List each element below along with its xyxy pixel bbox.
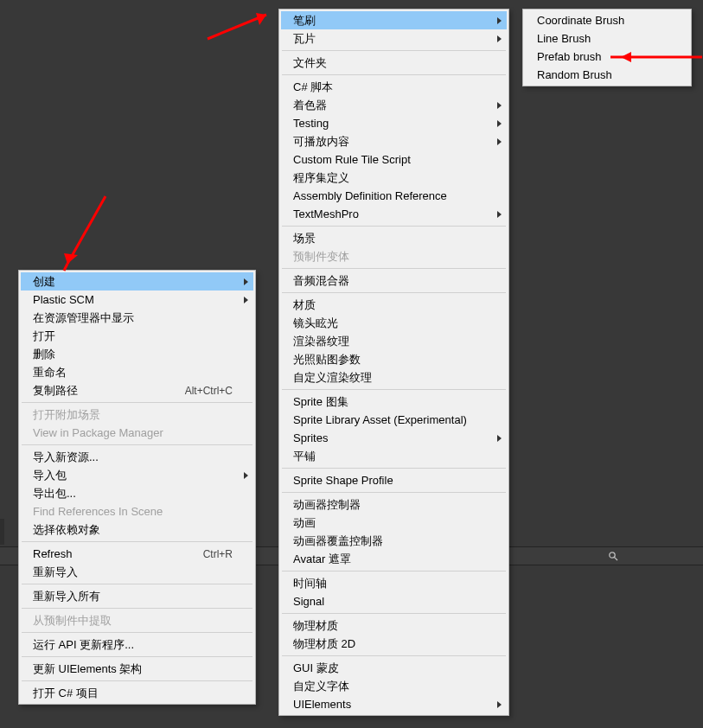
context_menu_2-item[interactable]: 镜头眩光 bbox=[281, 314, 507, 332]
menu-item-label: 导入新资源... bbox=[33, 450, 99, 465]
menu-item-label: 在资源管理器中显示 bbox=[33, 310, 134, 326]
context_menu_2-item[interactable]: 程序集定义 bbox=[281, 169, 507, 187]
svg-line-5 bbox=[208, 15, 266, 39]
context_menu_1-separator bbox=[22, 541, 252, 542]
context_menu_1-item[interactable]: 导入新资源... bbox=[21, 448, 253, 466]
menu-item-label: View in Package Manager bbox=[33, 426, 163, 439]
context_menu_2-item[interactable]: 材质 bbox=[281, 296, 507, 314]
context_menu_2-item[interactable]: 文件夹 bbox=[281, 54, 507, 72]
context_menu_2-item[interactable]: Assembly Definition Reference bbox=[281, 187, 507, 205]
context_menu_1-item[interactable]: 重命名 bbox=[21, 363, 253, 381]
context_menu_2-item[interactable]: 动画 bbox=[281, 514, 507, 532]
context_menu_2-item[interactable]: C# 脚本 bbox=[281, 78, 507, 96]
menu-item-label: Avatar 遮罩 bbox=[293, 552, 351, 567]
context_menu_1-item[interactable]: 导出包... bbox=[21, 484, 253, 502]
menu-item-label: 打开 bbox=[33, 329, 55, 344]
context_menu_2-item[interactable]: UIElements bbox=[281, 695, 507, 713]
context_menu_2-item[interactable]: Sprite Library Asset (Experimental) bbox=[281, 411, 507, 429]
context_menu_1-item[interactable]: 重新导入 bbox=[21, 563, 253, 581]
context_menu_2-item[interactable]: 瓦片 bbox=[281, 29, 507, 48]
context_menu_2-item[interactable]: Avatar 遮罩 bbox=[281, 550, 507, 568]
context_menu_1-separator bbox=[22, 632, 252, 633]
menu-item-label: 光照贴图参数 bbox=[293, 352, 361, 367]
menu-item-label: 时间轴 bbox=[293, 576, 327, 591]
context_menu_2-item[interactable]: Sprite 图集 bbox=[281, 393, 507, 411]
context_menu_1-item[interactable]: 更新 UIElements 架构 bbox=[21, 660, 253, 678]
context_menu_2-item[interactable]: 时间轴 bbox=[281, 574, 507, 592]
context_menu_1-item[interactable]: Plastic SCM bbox=[21, 291, 253, 309]
context_menu_2-item[interactable]: Custom Rule Tile Script bbox=[281, 150, 507, 169]
submenu-arrow-icon bbox=[244, 278, 248, 285]
menu-item-label: Sprites bbox=[293, 431, 328, 444]
context_menu_2-separator bbox=[282, 268, 506, 269]
context_menu_1-item: Find References In Scene bbox=[21, 502, 253, 520]
context_menu_2-item[interactable]: 平铺 bbox=[281, 447, 507, 465]
menu-item-label: 重新导入 bbox=[33, 565, 78, 580]
context_menu_2-item[interactable]: 物理材质 2D bbox=[281, 635, 507, 653]
context_menu_3-item[interactable]: Random Brush bbox=[525, 66, 689, 84]
context_menu_1-item[interactable]: 创建 bbox=[21, 272, 253, 291]
menu-item-label: 重命名 bbox=[33, 365, 67, 380]
context_menu_2-item[interactable]: 物理材质 bbox=[281, 616, 507, 635]
menu-item-label: Custom Rule Tile Script bbox=[293, 153, 411, 166]
context_menu_2-separator bbox=[282, 389, 506, 390]
submenu-arrow-icon bbox=[497, 138, 502, 145]
context_menu_2-item[interactable]: 渲染器纹理 bbox=[281, 332, 507, 350]
context_menu_2-item[interactable]: 可播放内容 bbox=[281, 132, 507, 150]
context_menu_2-item[interactable]: 笔刷 bbox=[281, 11, 507, 29]
context_menu_1-item: View in Package Manager bbox=[21, 424, 253, 442]
menu-item-label: 着色器 bbox=[293, 98, 327, 113]
context_menu_2-item[interactable]: 着色器 bbox=[281, 96, 507, 114]
svg-marker-6 bbox=[256, 13, 266, 25]
context_menu_2-item[interactable]: Sprites bbox=[281, 429, 507, 447]
menu-item-label: 自定义字体 bbox=[293, 679, 349, 694]
context_menu_1-item[interactable]: 在资源管理器中显示 bbox=[21, 309, 253, 327]
context_menu_1-item[interactable]: 复制路径Alt+Ctrl+C bbox=[21, 381, 253, 399]
menu-item-label: 导出包... bbox=[33, 486, 76, 501]
context_menu_1-item[interactable]: 选择依赖对象 bbox=[21, 520, 253, 539]
menu-item-label: Sprite 图集 bbox=[293, 394, 348, 410]
context_menu_2-item[interactable]: 自定义渲染纹理 bbox=[281, 368, 507, 386]
context_menu_2-item[interactable]: 动画器覆盖控制器 bbox=[281, 532, 507, 550]
svg-marker-3 bbox=[64, 253, 78, 264]
context_menu_3-item[interactable]: Prefab brush bbox=[525, 48, 689, 66]
menu-item-label: UIElements bbox=[293, 698, 351, 711]
context_menu_1-item[interactable]: RefreshCtrl+R bbox=[21, 545, 253, 563]
submenu-arrow-icon bbox=[244, 297, 248, 303]
submenu-create[interactable]: 笔刷瓦片文件夹C# 脚本着色器Testing可播放内容Custom Rule T… bbox=[278, 9, 509, 716]
menu-item-label: 打开附加场景 bbox=[33, 407, 100, 423]
context_menu_2-item[interactable]: Signal bbox=[281, 592, 507, 610]
menu-item-label: Signal bbox=[293, 595, 324, 608]
context_menu_2-item[interactable]: 场景 bbox=[281, 229, 507, 247]
submenu-brush[interactable]: Coordinate BrushLine BrushPrefab brushRa… bbox=[522, 9, 692, 86]
context_menu_1-item[interactable]: 重新导入所有 bbox=[21, 587, 253, 605]
context_menu_1-item[interactable]: 打开 C# 项目 bbox=[21, 684, 253, 702]
context_menu_2-item[interactable]: 光照贴图参数 bbox=[281, 350, 507, 368]
context_menu_2-item[interactable]: GUI 蒙皮 bbox=[281, 659, 507, 677]
menu-item-label: Coordinate Brush bbox=[537, 14, 624, 27]
context_menu_2-item[interactable]: 自定义字体 bbox=[281, 677, 507, 695]
left-splitter[interactable] bbox=[0, 519, 4, 545]
menu-item-label: Testing bbox=[293, 117, 329, 130]
menu-item-label: 重新导入所有 bbox=[33, 589, 100, 604]
menu-item-accelerator: Alt+Ctrl+C bbox=[185, 385, 233, 397]
context_menu_2-item[interactable]: 动画器控制器 bbox=[281, 495, 507, 514]
menu-item-label: Sprite Shape Profile bbox=[293, 474, 393, 487]
context_menu_2-separator bbox=[282, 613, 506, 614]
menu-item-label: 创建 bbox=[33, 274, 55, 290]
context-menu-project[interactable]: 创建Plastic SCM在资源管理器中显示打开删除重命名复制路径Alt+Ctr… bbox=[18, 270, 256, 705]
context_menu_3-item[interactable]: Coordinate Brush bbox=[525, 11, 689, 29]
menu-item-label: TextMeshPro bbox=[293, 208, 359, 220]
context_menu_1-item[interactable]: 删除 bbox=[21, 345, 253, 363]
context_menu_2-item[interactable]: Testing bbox=[281, 114, 507, 132]
menu-item-label: 笔刷 bbox=[293, 13, 316, 29]
menu-item-label: Refresh bbox=[33, 547, 73, 560]
context_menu_3-item[interactable]: Line Brush bbox=[525, 29, 689, 48]
context_menu_2-item[interactable]: TextMeshPro bbox=[281, 205, 507, 223]
context_menu_1-item[interactable]: 导入包 bbox=[21, 466, 253, 484]
context_menu_1-item[interactable]: 打开 bbox=[21, 327, 253, 345]
context_menu_2-item[interactable]: 音频混合器 bbox=[281, 271, 507, 290]
context_menu_2-item[interactable]: Sprite Shape Profile bbox=[281, 471, 507, 489]
menu-item-label: 瓦片 bbox=[293, 31, 316, 47]
context_menu_1-item[interactable]: 运行 API 更新程序... bbox=[21, 635, 253, 654]
